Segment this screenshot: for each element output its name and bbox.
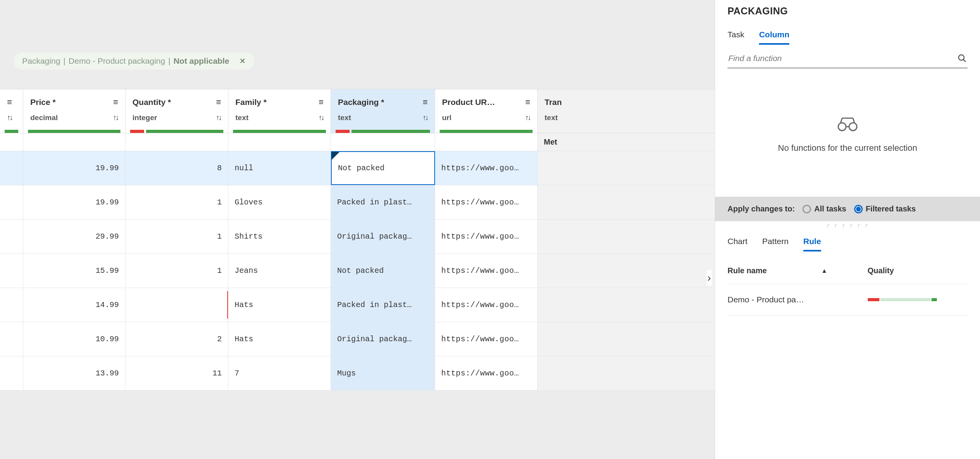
table-row[interactable]: 15.991JeansNot packedhttps://www.goo…	[0, 254, 715, 288]
cell-family[interactable]: Jeans	[228, 254, 331, 288]
sort-icon[interactable]: ↑↓	[525, 113, 530, 122]
rule-row[interactable]: Demo - Product pa…	[728, 284, 968, 316]
cell-transform[interactable]	[538, 220, 715, 253]
cell-family[interactable]: Gloves	[228, 185, 331, 219]
cell-price[interactable]: 10.99	[23, 322, 125, 356]
cell-packaging[interactable]: Mugs	[331, 356, 435, 390]
row-handle[interactable]	[0, 356, 23, 390]
cell-price[interactable]: 15.99	[23, 254, 125, 288]
row-handle[interactable]	[0, 185, 23, 219]
table-row[interactable]: 13.99117Mugshttps://www.goo…	[0, 356, 715, 391]
sort-icon[interactable]: ↑↓	[7, 113, 12, 122]
tab-rule[interactable]: Rule	[803, 237, 821, 251]
sort-icon[interactable]: ↑↓	[423, 113, 428, 122]
cell-quantity[interactable]	[125, 288, 228, 322]
row-handle[interactable]	[0, 322, 23, 356]
column-product-url[interactable]: Product UR… ≡ url ↑↓	[435, 89, 538, 133]
rule-head-name[interactable]: Rule name	[728, 266, 767, 275]
function-search-input[interactable]	[728, 51, 957, 65]
table-row[interactable]: 29.991ShirtsOriginal packag…https://www.…	[0, 220, 715, 254]
radio-filtered-tasks[interactable]: Filtered tasks	[854, 204, 916, 213]
cell-family[interactable]: null	[228, 151, 331, 185]
tab-task[interactable]: Task	[728, 30, 744, 45]
sort-caret-icon[interactable]: ▲	[821, 267, 827, 274]
cell-price[interactable]: 14.99	[23, 288, 125, 322]
column-packaging[interactable]: Packaging * ≡ text ↑↓	[331, 89, 435, 133]
cell-packaging[interactable]: Not packed	[331, 254, 435, 288]
cell-quantity[interactable]: 2	[125, 322, 228, 356]
sort-icon[interactable]: ↑↓	[113, 113, 118, 122]
column-quantity[interactable]: Quantity * ≡ integer ↑↓	[125, 89, 228, 133]
column-family[interactable]: Family * ≡ text ↑↓	[228, 89, 331, 133]
cell-transform[interactable]	[538, 185, 715, 219]
cell-packaging[interactable]: Original packag…	[331, 322, 435, 356]
hamburger-icon[interactable]: ≡	[113, 98, 118, 106]
hamburger-icon[interactable]: ≡	[525, 98, 530, 106]
cell-packaging[interactable]: Packed in plast…	[331, 185, 435, 219]
column-title: Family *	[235, 98, 267, 107]
cell-transform[interactable]	[538, 288, 715, 322]
cell-packaging[interactable]	[331, 151, 435, 185]
cell-packaging[interactable]: Original packag…	[331, 220, 435, 253]
filter-chip[interactable]: Packaging | Demo - Product packaging | N…	[14, 52, 254, 70]
cell-url[interactable]: https://www.goo…	[435, 254, 538, 288]
tab-column[interactable]: Column	[759, 30, 789, 45]
sort-icon[interactable]: ↑↓	[216, 113, 221, 122]
sidebar-title: PACKAGING	[728, 5, 968, 17]
filter-chip-close-icon[interactable]: ✕	[239, 56, 246, 66]
column-price[interactable]: Price * ≡ decimal ↑↓	[23, 89, 125, 133]
hamburger-icon[interactable]: ≡	[319, 98, 324, 106]
cell-price[interactable]: 13.99	[23, 356, 125, 390]
cell-transform[interactable]	[538, 356, 715, 390]
cell-quantity[interactable]: 1	[125, 220, 228, 253]
cell-url[interactable]: https://www.goo…	[435, 151, 538, 185]
search-icon[interactable]	[957, 54, 967, 63]
cell-edit-input[interactable]	[338, 152, 428, 184]
cell-url[interactable]: https://www.goo…	[435, 185, 538, 219]
cell-transform[interactable]	[538, 322, 715, 356]
rule-head-quality[interactable]: Quality	[868, 266, 894, 275]
cell-family[interactable]: Hats	[228, 288, 331, 322]
cell-url[interactable]: https://www.goo…	[435, 322, 538, 356]
function-search[interactable]	[728, 49, 968, 68]
table-row[interactable]: 19.998nullhttps://www.goo…	[0, 151, 715, 185]
quality-bar	[28, 130, 120, 133]
cell-url[interactable]: https://www.goo…	[435, 356, 538, 390]
table-row[interactable]: 10.992HatsOriginal packag…https://www.go…	[0, 322, 715, 356]
column-title: Quantity *	[132, 98, 171, 107]
apply-changes-bar: Apply changes to: All tasks Filtered tas…	[715, 197, 980, 221]
row-handle[interactable]	[0, 254, 23, 288]
row-handle[interactable]	[0, 220, 23, 253]
cell-packaging[interactable]: Packed in plast…	[331, 288, 435, 322]
column-transform[interactable]: Tran text	[538, 89, 715, 133]
tab-chart[interactable]: Chart	[728, 237, 747, 251]
drag-handle-icon[interactable]: ┌ ┌ ┌ ┌ ┌ ┌	[715, 221, 980, 228]
sidebar-collapse-icon[interactable]: ›	[707, 270, 712, 286]
cell-url[interactable]: https://www.goo…	[435, 288, 538, 322]
cell-transform[interactable]	[538, 254, 715, 288]
cell-quantity[interactable]: 1	[125, 254, 228, 288]
cell-price[interactable]: 19.99	[23, 151, 125, 185]
table-row[interactable]: 19.991GlovesPacked in plast…https://www.…	[0, 185, 715, 220]
tab-pattern[interactable]: Pattern	[762, 237, 789, 251]
cell-quantity[interactable]: 1	[125, 185, 228, 219]
cell-family[interactable]: 7	[228, 356, 331, 390]
cell-family[interactable]: Hats	[228, 322, 331, 356]
cell-transform[interactable]	[538, 151, 715, 185]
column-handle: ≡ ↑↓	[0, 89, 23, 133]
table-row[interactable]: 14.99HatsPacked in plast…https://www.goo…	[0, 288, 715, 322]
cell-price[interactable]: 19.99	[23, 185, 125, 219]
cell-quantity[interactable]: 8	[125, 151, 228, 185]
cell-price[interactable]: 29.99	[23, 220, 125, 253]
row-handle[interactable]	[0, 151, 23, 185]
hamburger-icon[interactable]: ≡	[7, 98, 12, 106]
hamburger-icon[interactable]: ≡	[216, 98, 221, 106]
column-title: Tran	[545, 98, 562, 107]
cell-family[interactable]: Shirts	[228, 220, 331, 253]
cell-quantity[interactable]: 11	[125, 356, 228, 390]
radio-all-tasks[interactable]: All tasks	[802, 204, 846, 213]
cell-url[interactable]: https://www.goo…	[435, 220, 538, 253]
hamburger-icon[interactable]: ≡	[423, 98, 428, 106]
row-handle[interactable]	[0, 288, 23, 322]
sort-icon[interactable]: ↑↓	[319, 113, 324, 122]
